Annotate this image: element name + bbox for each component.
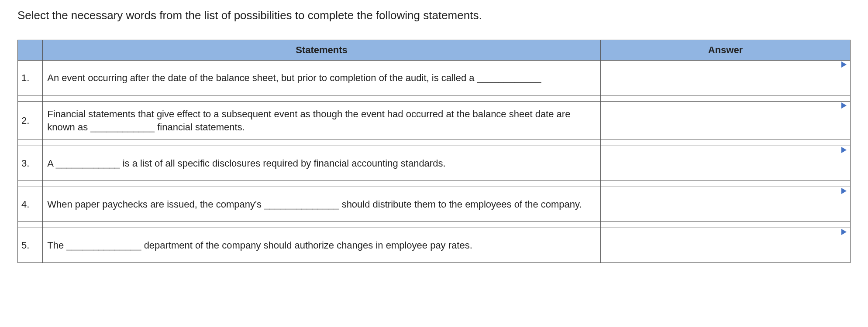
spacer-row [18,95,851,102]
table-row: 4. When paper paychecks are issued, the … [18,187,851,222]
table-row: 2. Financial statements that give effect… [18,102,851,140]
answer-cell [600,146,850,181]
table-header-row: Statements Answer [18,40,851,61]
statement-text: The ______________ department of the com… [43,228,601,263]
spacer-row [18,181,851,187]
answer-cell [600,61,850,95]
header-statements: Statements [43,40,601,61]
answer-dropdown[interactable] [601,146,850,181]
statements-table: Statements Answer 1. An event occurring … [17,40,851,263]
answer-cell [600,102,850,140]
header-corner [18,40,43,61]
row-number: 5. [18,228,43,263]
statement-text: Financial statements that give effect to… [43,102,601,140]
answer-dropdown[interactable] [601,187,850,221]
row-number: 2. [18,102,43,140]
answer-cell [600,228,850,263]
table-row: 1. An event occurring after the date of … [18,61,851,95]
answer-dropdown[interactable] [601,102,850,140]
row-number: 4. [18,187,43,222]
answer-dropdown[interactable] [601,61,850,95]
table-row: 5. The ______________ department of the … [18,228,851,263]
answer-cell [600,187,850,222]
instructions-text: Select the necessary words from the list… [17,9,851,22]
spacer-row [18,222,851,228]
statements-table-wrap: Statements Answer 1. An event occurring … [17,40,851,263]
spacer-row [18,140,851,146]
answer-dropdown[interactable] [601,228,850,262]
header-answer: Answer [600,40,850,61]
statement-text: A ____________ is a list of all specific… [43,146,601,181]
table-row: 3. A ____________ is a list of all speci… [18,146,851,181]
statement-text: When paper paychecks are issued, the com… [43,187,601,222]
statement-text: An event occurring after the date of the… [43,61,601,95]
row-number: 3. [18,146,43,181]
row-number: 1. [18,61,43,95]
